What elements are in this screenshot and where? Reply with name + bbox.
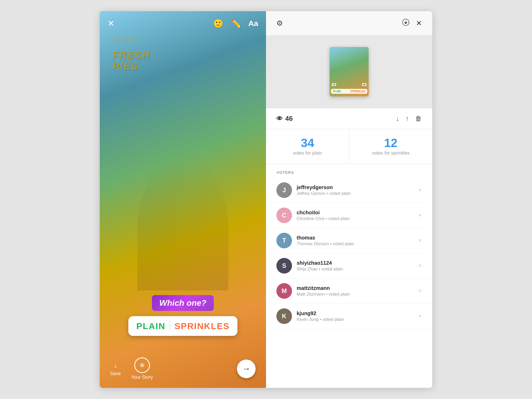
story-preview-arrow bbox=[345, 104, 353, 108]
download-icon: ↓ bbox=[114, 361, 117, 369]
voter-info: chchoitoi Christine Choi • voted plain bbox=[297, 210, 413, 221]
voter-row[interactable]: J jeffreydgerson Jeffrey Gerson • voted … bbox=[266, 178, 432, 203]
remove-voter-icon[interactable]: ✕ bbox=[418, 212, 422, 218]
save-label: Save bbox=[110, 371, 121, 376]
poll-option-sprinkles[interactable]: SPRINKLES bbox=[174, 321, 230, 331]
story-thumbnail[interactable]: 70 30 PLAIN SPRINKLES bbox=[330, 47, 369, 96]
voter-avatar: K bbox=[276, 308, 292, 324]
bakery-subtitle: DELICIO bbox=[113, 38, 136, 43]
stats-row: 👁 46 ↓ ↑ 🗑 bbox=[266, 108, 432, 129]
story-toolbar-bottom: ↓ Save ⊕ Your Story → bbox=[100, 350, 266, 388]
voter-detail: Shiyi Zhao • voted plain bbox=[297, 267, 413, 272]
right-header: ⚙ ✕ bbox=[266, 11, 432, 35]
remove-voter-icon[interactable]: ✕ bbox=[418, 187, 422, 193]
bottom-left-actions: ↓ Save ⊕ Your Story bbox=[110, 357, 153, 380]
thumb-vote-counts: 70 30 bbox=[332, 83, 367, 86]
voter-row[interactable]: C chchoitoi Christine Choi • voted plain… bbox=[266, 203, 432, 228]
remove-voter-icon[interactable]: ✕ bbox=[418, 313, 422, 319]
voter-avatar: M bbox=[276, 283, 292, 299]
thumb-poll-widget: PLAIN SPRINKLES bbox=[331, 89, 367, 94]
voter-username: shiyizhao1124 bbox=[297, 260, 413, 266]
settings-icon[interactable]: ⚙ bbox=[276, 19, 283, 28]
which-one-label: Which one? bbox=[152, 295, 214, 311]
save-to-archive-icon[interactable] bbox=[402, 18, 410, 28]
story-preview-area: 70 30 PLAIN SPRINKLES bbox=[266, 35, 432, 108]
stats-actions: ↓ ↑ 🗑 bbox=[396, 115, 422, 123]
voter-detail: Kevin Jung • voted plain bbox=[297, 317, 413, 322]
voter-detail: Christine Choi • voted plain bbox=[297, 216, 413, 221]
votes-section: 34 votes for plain 12 votes for sprinkle… bbox=[266, 129, 432, 164]
poll-divider bbox=[170, 321, 170, 331]
voters-section: VOTERS J jeffreydgerson Jeffrey Gerson •… bbox=[266, 164, 432, 388]
your-story-label: Your Story bbox=[131, 375, 153, 380]
voters-list: J jeffreydgerson Jeffrey Gerson • voted … bbox=[266, 178, 432, 329]
voter-username: jeffreydgerson bbox=[297, 184, 413, 190]
voter-avatar: J bbox=[276, 182, 292, 198]
voter-detail: Thomas Dimson • voted plain bbox=[297, 241, 413, 247]
voter-avatar: C bbox=[276, 208, 292, 223]
story-toolbar-top: ✕ 🙂 ✏️ Aa bbox=[100, 11, 266, 36]
app-container: DELICIO FRESHPIES ✕ 🙂 ✏️ Aa Which one? P… bbox=[100, 11, 432, 388]
story-insights-panel: ⚙ ✕ 70 30 PLAIN bbox=[266, 11, 432, 388]
toolbar-right-icons: 🙂 ✏️ Aa bbox=[213, 18, 258, 28]
poll-widget[interactable]: PLAIN SPRINKLES bbox=[128, 316, 237, 336]
text-tool-icon[interactable]: Aa bbox=[248, 19, 258, 28]
eye-icon: 👁 bbox=[276, 115, 283, 122]
poll-container: Which one? PLAIN SPRINKLES bbox=[128, 295, 237, 336]
sticker-icon[interactable]: 🙂 bbox=[213, 18, 223, 28]
voter-avatar: T bbox=[276, 233, 292, 248]
remove-voter-icon[interactable]: ✕ bbox=[418, 263, 422, 269]
brush-icon[interactable]: ✏️ bbox=[231, 18, 241, 28]
voter-info: kjung92 Kevin Jung • voted plain bbox=[297, 310, 413, 322]
votes-sprinkles-label: votes for sprinkles bbox=[355, 150, 427, 156]
next-button[interactable]: → bbox=[237, 360, 256, 378]
close-icon[interactable]: ✕ bbox=[416, 19, 422, 28]
voter-detail: Jeffrey Gerson • voted plain bbox=[297, 191, 413, 196]
voter-info: thomas Thomas Dimson • voted plain bbox=[297, 235, 413, 247]
header-right-icons: ✕ bbox=[402, 18, 422, 28]
your-story-action[interactable]: ⊕ Your Story bbox=[131, 357, 153, 380]
votes-sprinkles-number: 12 bbox=[355, 137, 427, 149]
votes-sprinkles-column: 12 votes for sprinkles bbox=[349, 129, 433, 164]
voter-avatar: S bbox=[276, 258, 292, 274]
voter-username: chchoitoi bbox=[297, 210, 413, 216]
voter-row[interactable]: M mattzitzmann Matt Zitzmann • voted pla… bbox=[266, 278, 432, 304]
voter-info: jeffreydgerson Jeffrey Gerson • voted pl… bbox=[297, 184, 413, 196]
voters-header: VOTERS bbox=[266, 164, 432, 178]
voter-username: mattzitzmann bbox=[297, 285, 413, 291]
voter-row[interactable]: K kjung92 Kevin Jung • voted plain ✕ bbox=[266, 304, 432, 329]
poll-option-plain[interactable]: PLAIN bbox=[136, 321, 165, 331]
voter-info: mattzitzmann Matt Zitzmann • voted plain bbox=[297, 285, 413, 297]
thumb-sprinkles-label: SPRINKLES bbox=[350, 90, 365, 93]
delete-story-icon[interactable]: 🗑 bbox=[415, 115, 422, 123]
save-action[interactable]: ↓ Save bbox=[110, 361, 121, 376]
voter-username: kjung92 bbox=[297, 310, 413, 316]
votes-plain-column: 34 votes for plain bbox=[266, 129, 349, 164]
voter-info: shiyizhao1124 Shiyi Zhao • voted plain bbox=[297, 260, 413, 272]
views-count: 👁 46 bbox=[276, 115, 293, 123]
voter-row[interactable]: S shiyizhao1124 Shiyi Zhao • voted plain… bbox=[266, 253, 432, 278]
remove-voter-icon[interactable]: ✕ bbox=[418, 238, 422, 243]
thumb-plain-label: PLAIN bbox=[333, 90, 341, 93]
voter-row[interactable]: T thomas Thomas Dimson • voted plain ✕ bbox=[266, 228, 432, 253]
bakery-title: FRESHPIES bbox=[113, 50, 150, 72]
download-story-icon[interactable]: ↓ bbox=[396, 115, 399, 123]
story-editor-panel: DELICIO FRESHPIES ✕ 🙂 ✏️ Aa Which one? P… bbox=[100, 11, 266, 388]
views-number: 46 bbox=[285, 115, 293, 123]
remove-voter-icon[interactable]: ✕ bbox=[418, 288, 422, 294]
voter-detail: Matt Zitzmann • voted plain bbox=[297, 292, 413, 297]
voter-username: thomas bbox=[297, 235, 413, 241]
votes-plain-label: votes for plain bbox=[271, 150, 344, 156]
story-circle-icon: ⊕ bbox=[134, 357, 150, 373]
share-story-icon[interactable]: ↑ bbox=[405, 115, 409, 123]
votes-plain-number: 34 bbox=[271, 137, 344, 149]
close-icon[interactable]: ✕ bbox=[108, 18, 115, 28]
